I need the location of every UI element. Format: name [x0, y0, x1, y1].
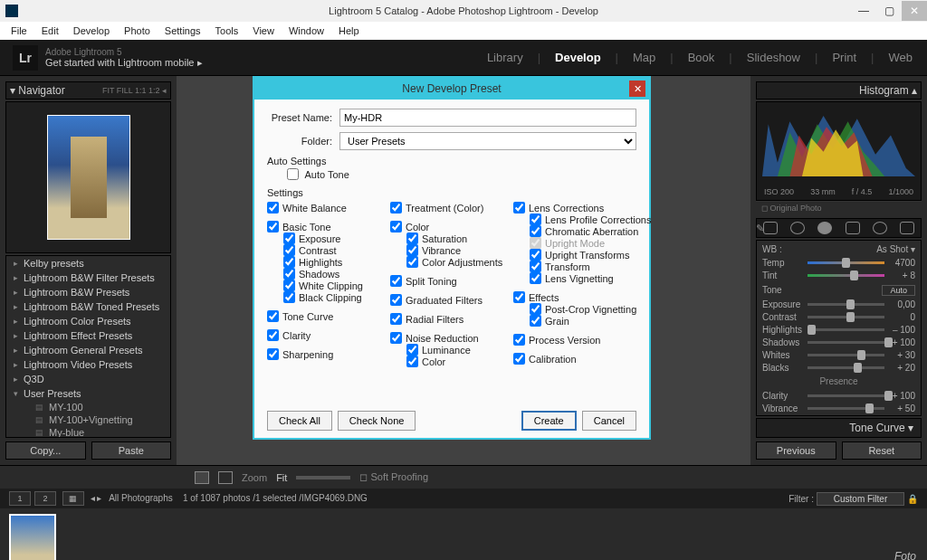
module-map[interactable]: Map [631, 47, 657, 68]
brand-line2[interactable]: Get started with Lightroom mobile ▸ [45, 57, 203, 69]
setting-check[interactable]: Exposure [283, 233, 390, 244]
setting-check[interactable]: Noise Reduction [390, 332, 513, 344]
preset-group[interactable]: Lightroom Color Presets [6, 314, 170, 328]
module-web[interactable]: Web [887, 47, 915, 68]
setting-check[interactable]: Sharpening [267, 348, 390, 360]
setting-check[interactable]: Split Toning [390, 275, 513, 287]
slider-temp[interactable]: Temp4700 [762, 256, 915, 269]
maximize-button[interactable]: ▢ [876, 1, 902, 21]
setting-check[interactable]: Contrast [283, 244, 390, 256]
setting-check[interactable]: Effects [513, 291, 636, 303]
grid-icon[interactable]: ▦ [62, 491, 84, 506]
module-develop[interactable]: Develop [553, 47, 603, 68]
setting-check[interactable]: Grain [530, 315, 636, 327]
setting-check[interactable]: Color [390, 221, 513, 233]
menu-help[interactable]: Help [333, 24, 365, 38]
setting-check[interactable]: Lens Corrections [513, 202, 636, 214]
setting-check[interactable]: Process Version [513, 334, 636, 346]
preset-group[interactable]: Lightroom B&W Toned Presets [6, 299, 170, 314]
menu-file[interactable]: File [5, 24, 33, 38]
setting-check[interactable]: Post-Crop Vignetting [530, 303, 636, 315]
slider-blacks[interactable]: Blacks+ 20 [762, 361, 915, 374]
redeye-tool-icon[interactable] [817, 222, 832, 234]
setting-check[interactable]: Clarity [267, 329, 390, 341]
check-all-button[interactable]: Check All [267, 411, 332, 431]
menu-develop[interactable]: Develop [68, 24, 115, 38]
menu-settings[interactable]: Settings [159, 24, 206, 38]
slider-highlights[interactable]: Highlights– 100 [762, 323, 915, 336]
preset-group[interactable]: Kelby presets [6, 256, 170, 271]
module-print[interactable]: Print [830, 47, 858, 68]
setting-check[interactable]: Calibration [513, 353, 636, 365]
slider-exposure[interactable]: Exposure0,00 [762, 298, 915, 310]
loupe-view-icon[interactable] [195, 471, 209, 484]
menu-window[interactable]: Window [283, 24, 330, 38]
fit-label[interactable]: Fit [276, 472, 287, 483]
setting-check[interactable]: Tone Curve [267, 310, 390, 322]
histogram-header[interactable]: Histogram ▴ [756, 81, 922, 100]
tone-curve-header[interactable]: Tone Curve ▾ [756, 418, 922, 438]
setting-check[interactable]: Highlights [283, 256, 390, 268]
preset-item[interactable]: MY-100+Vignetting [6, 413, 170, 426]
preset-group[interactable]: User Presets [6, 386, 170, 401]
slider-clarity[interactable]: Clarity+ 100 [762, 389, 915, 402]
setting-check[interactable]: Shadows [283, 268, 390, 280]
reset-button[interactable]: Reset [842, 441, 922, 460]
setting-check[interactable]: Vibrance [406, 244, 513, 256]
navigator-header[interactable]: ▾ Navigator FIT FILL 1:1 1:2 ◂ [5, 81, 171, 100]
setting-check[interactable]: Upright Transforms [530, 249, 636, 261]
wb-dropdown[interactable]: As Shot ▾ [876, 244, 915, 254]
setting-check[interactable]: Luminance [406, 344, 513, 356]
filter-dropdown[interactable]: Custom Filter [817, 492, 904, 506]
filmstrip[interactable]: Fotokomok.ru [0, 508, 927, 560]
slider-shadows[interactable]: Shadows+ 100 [762, 336, 915, 348]
softproof-toggle[interactable]: ◻ Soft Proofing [359, 471, 428, 483]
preset-group[interactable]: Lightroom General Presets [6, 343, 170, 357]
setting-check[interactable]: Basic Tone [267, 221, 390, 233]
brush-tool-icon[interactable] [900, 222, 914, 234]
setting-check[interactable]: White Clipping [283, 280, 390, 291]
cancel-button[interactable]: Cancel [582, 411, 636, 431]
preset-item[interactable]: MY-100 [6, 401, 170, 413]
filter-lock-icon[interactable]: 🔒 [907, 494, 918, 504]
auto-tone-checkbox[interactable]: Auto Tone [287, 168, 636, 180]
module-slideshow[interactable]: Slideshow [745, 47, 802, 68]
previous-button[interactable]: Previous [756, 441, 836, 460]
setting-check[interactable]: Lens Vignetting [530, 272, 636, 284]
menu-photo[interactable]: Photo [119, 24, 156, 38]
histogram[interactable]: ISO 200 33 mm f / 4.5 1/1000 [756, 101, 922, 201]
menu-tools[interactable]: Tools [210, 24, 244, 38]
setting-check[interactable]: Treatment (Color) [390, 202, 513, 214]
preset-item[interactable]: My-blue [6, 426, 170, 438]
module-book[interactable]: Book [686, 47, 717, 68]
preset-group[interactable]: Lightroom Video Presets [6, 357, 170, 372]
slider-saturation[interactable]: Saturation+ 20 [762, 414, 915, 416]
paste-button[interactable]: Paste [91, 441, 172, 460]
preset-group[interactable]: Lightroom B&W Filter Presets [6, 271, 170, 285]
grad-tool-icon[interactable] [846, 222, 860, 234]
setting-check[interactable]: Color Adjustments [406, 256, 513, 268]
preset-group[interactable]: Lightroom B&W Presets [6, 285, 170, 299]
setting-check[interactable]: Black Clipping [283, 291, 390, 303]
slider-tint[interactable]: Tint+ 8 [762, 269, 915, 281]
nav-prev-icon[interactable]: ◂ [91, 493, 95, 503]
eyedropper-icon[interactable]: ✎ [756, 223, 764, 234]
create-button[interactable]: Create [521, 411, 577, 431]
slider-whites[interactable]: Whites+ 30 [762, 348, 915, 361]
primary-display-icon[interactable]: 1 [9, 491, 31, 506]
crop-tool-icon[interactable] [763, 222, 778, 234]
radial-tool-icon[interactable] [873, 222, 887, 234]
setting-check[interactable]: Lens Profile Corrections [530, 214, 636, 225]
close-button[interactable]: ✕ [902, 1, 927, 21]
preset-group[interactable]: Q3D [6, 372, 170, 386]
menu-edit[interactable]: Edit [36, 24, 64, 38]
filmstrip-thumb[interactable] [9, 514, 56, 561]
auto-tone-button[interactable]: Auto [882, 285, 915, 296]
setting-check[interactable]: Graduated Filters [390, 294, 513, 306]
nav-next-icon[interactable]: ▸ [97, 493, 101, 503]
check-none-button[interactable]: Check None [338, 411, 416, 431]
slider-contrast[interactable]: Contrast0 [762, 310, 915, 323]
menu-view[interactable]: View [247, 24, 280, 38]
secondary-display-icon[interactable]: 2 [34, 491, 56, 506]
navigator-preview[interactable] [5, 101, 171, 253]
